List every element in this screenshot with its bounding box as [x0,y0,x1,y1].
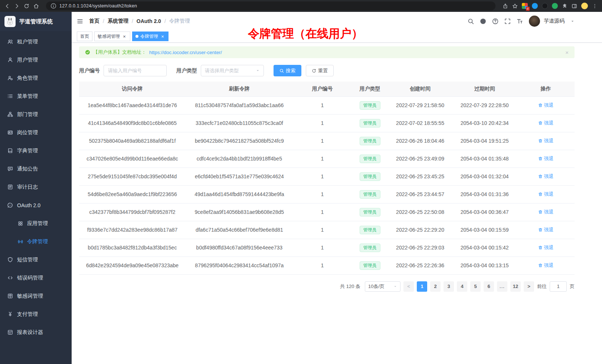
user-menu-caret-icon[interactable] [570,19,575,23]
reset-button[interactable]: 重置 [306,65,334,76]
next-page-button[interactable]: > [524,281,534,292]
extension-icon[interactable] [532,3,538,9]
column-header: 操作 [517,82,575,96]
sidebar-item-dept[interactable]: 部门管理 [0,105,72,123]
site-info-icon[interactable] [50,3,56,9]
user-name[interactable]: 芋道源码 [544,18,565,24]
sidebar-item-pay[interactable]: 支付管理 [0,305,72,323]
sidebar-item-menu[interactable]: 菜单管理 [0,87,72,105]
force-logout-button[interactable]: 强退 [538,173,554,180]
extension-icon[interactable] [552,3,558,9]
force-logout-button[interactable]: 强退 [538,262,554,269]
sidebar-subitem-token[interactable]: 令牌管理 [0,232,72,251]
sidebar-item-post[interactable]: 岗位管理 [0,123,72,142]
action-cell: 强退 [517,239,575,257]
bookmark-star-icon[interactable] [512,3,518,9]
force-logout-button[interactable]: 强退 [538,138,554,144]
trash-icon [538,245,543,250]
force-logout-label: 强退 [544,244,554,251]
page-button[interactable]: 1 [417,281,427,292]
force-logout-button[interactable]: 强退 [538,226,554,233]
breadcrumb-item[interactable]: 系统管理 [108,18,128,24]
force-logout-label: 强退 [544,173,554,180]
side-panel-icon[interactable] [572,3,577,9]
force-logout-button[interactable]: 强退 [538,209,554,215]
user-avatar[interactable] [529,16,540,27]
help-icon[interactable] [492,18,498,24]
page-button[interactable]: 4 [457,281,467,292]
force-logout-button[interactable]: 强退 [538,120,554,126]
sidebar-item-oauth2[interactable]: OAuth 2.0 [0,196,72,214]
chevron-down-icon [256,69,260,73]
user-id-cell: 1 [293,239,352,257]
sidebar-item-notice[interactable]: 通知公告 [0,160,72,178]
force-logout-button[interactable]: 强退 [538,155,554,162]
expire-time-cell: 2054-03-04 00:36:47 [452,203,517,221]
tab-home[interactable]: 首页 [77,32,92,41]
tab-label: 令牌管理 [140,33,158,40]
alert-close-icon[interactable]: × [565,49,569,56]
sidebar-item-tenant[interactable]: 租户管理 [0,33,72,51]
user-type-badge: 管理员 [360,119,380,128]
force-logout-button[interactable]: 强退 [538,244,554,251]
extensions-puzzle-icon[interactable] [562,3,567,9]
page-ellipsis[interactable]: ... [497,281,507,292]
breadcrumb-item: 令牌管理 [169,18,190,24]
user-type-select[interactable]: 请选择用户类型 [201,65,264,76]
goto-page-input[interactable] [550,281,567,292]
browser-back-icon[interactable] [4,3,10,9]
search-icon[interactable] [468,18,474,24]
github-icon[interactable] [480,18,486,24]
browser-forward-icon[interactable] [14,3,20,9]
sidebar-item-error-code[interactable]: 错误码管理 [0,269,72,287]
page-button[interactable]: 6 [484,281,494,292]
fullscreen-icon[interactable] [504,18,511,24]
sidebar-item-role[interactable]: 角色管理 [0,69,72,87]
app-logo[interactable]: 芋道管理系统 [0,12,72,31]
sidebar-item-user[interactable]: 用户管理 [0,51,72,69]
column-header: 过期时间 [452,82,517,96]
sidebar-subitem-application[interactable]: 应用管理 [0,214,72,232]
browser-profile-avatar[interactable] [581,3,588,9]
access-token-cell: 1ea5e44f8bc1467aaede43144f31de76 [79,96,186,114]
force-logout-button[interactable]: 强退 [538,191,554,198]
user-id-input[interactable] [104,65,167,76]
breadcrumb-separator: / [103,18,104,24]
search-button[interactable]: 搜索 [274,65,301,76]
action-cell: 强退 [517,150,575,168]
extension-icon[interactable]: 0 [522,3,528,9]
tab-close-icon[interactable]: × [122,34,127,39]
sidebar-item-sms[interactable]: 短信管理 [0,251,72,269]
font-size-icon[interactable] [517,18,523,24]
breadcrumb-separator: / [164,18,166,24]
extension-icon[interactable] [542,3,548,9]
tab-token[interactable]: 令牌管理× [132,32,169,41]
page-button[interactable]: 2 [430,281,441,292]
tab-sensitive-word[interactable]: 敏感词管理× [94,32,130,41]
address-bar[interactable]: 127.0.0.1:1024/system/oauth2/token [46,1,495,10]
doc-link[interactable]: https://doc.iocoder.cn/user-center/ [149,50,222,55]
tab-close-icon[interactable]: × [160,34,165,39]
page-button[interactable]: 5 [470,281,481,292]
user-id-cell: 1 [293,168,352,185]
force-logout-button[interactable]: 强退 [538,102,554,109]
sms-icon [7,257,13,262]
breadcrumb-item[interactable]: 首页 [89,18,99,24]
expire-time-cell: 2054-03-04 01:31:36 [452,185,517,203]
browser-home-icon[interactable] [33,3,39,9]
kebab-menu-icon[interactable] [592,3,598,9]
browser-reload-icon[interactable] [24,3,29,9]
filter-bar: 用户编号 用户类型 请选择用户类型 搜索 重置 [79,65,575,76]
sidebar-item-audit-log[interactable]: 审计日志 [0,178,72,196]
sidebar-item-sensitive-word[interactable]: 敏感词管理 [0,287,72,305]
page-button[interactable]: 12 [510,281,521,292]
expire-time-cell: 2054-03-04 00:15:42 [452,239,517,257]
breadcrumb-item[interactable]: OAuth 2.0 [137,18,161,24]
sidebar-item-report-designer[interactable]: 报表设计器 [0,323,72,341]
sidebar-item-dict[interactable]: 字典管理 [0,142,72,160]
page-button[interactable]: 3 [444,281,454,292]
page-size-select[interactable]: 10条/页 [365,281,400,292]
share-icon[interactable] [503,3,508,9]
sidebar-toggle-icon[interactable] [77,18,83,24]
prev-page-button[interactable]: < [403,281,414,292]
